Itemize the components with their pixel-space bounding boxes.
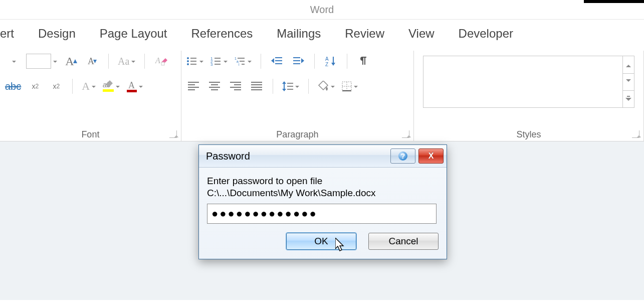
align-right-button[interactable]	[229, 79, 243, 93]
group-label-paragraph: Paragraph	[181, 129, 413, 140]
group-label-styles: Styles	[414, 129, 643, 140]
align-left-button[interactable]	[186, 79, 200, 93]
cancel-button[interactable]: Cancel	[368, 233, 439, 250]
ribbon: A A Aa A abc x2 x2 A	[0, 51, 644, 141]
dialog-body: Enter password to open file C:\...\Docum…	[199, 168, 447, 259]
separator	[72, 79, 73, 94]
bullets-button[interactable]	[186, 54, 203, 68]
show-hide-button[interactable]	[356, 54, 370, 68]
align-center-button[interactable]	[207, 79, 222, 93]
ok-button[interactable]: OK	[286, 233, 356, 250]
dialog-help-button[interactable]: ?	[390, 148, 415, 164]
svg-marker-31	[271, 58, 274, 63]
line-spacing-button[interactable]	[282, 79, 299, 93]
multilevel-list-button[interactable]: 1ai	[235, 54, 252, 68]
font-name-dropdown[interactable]	[5, 54, 19, 68]
separator	[144, 54, 145, 69]
svg-rect-40	[188, 82, 199, 83]
font-color-button[interactable]: A	[127, 79, 143, 93]
svg-rect-11	[190, 58, 196, 59]
svg-text:ab: ab	[103, 81, 111, 89]
increase-indent-button[interactable]	[291, 54, 305, 68]
svg-marker-35	[301, 58, 304, 63]
separator	[261, 54, 261, 69]
svg-text:a: a	[237, 60, 239, 63]
dialog-close-button[interactable]: X	[418, 148, 444, 164]
grow-font-button[interactable]: A	[64, 54, 78, 68]
svg-marker-62	[319, 81, 328, 90]
styles-more-button[interactable]	[622, 90, 634, 107]
separator	[308, 79, 309, 94]
svg-rect-33	[293, 60, 300, 61]
font-dialog-launcher[interactable]	[169, 130, 177, 138]
group-label-font: Font	[0, 129, 181, 140]
dialog-title-text: Password	[206, 150, 250, 162]
svg-text:i: i	[239, 63, 240, 66]
sort-button[interactable]: AZ	[324, 54, 338, 68]
svg-marker-39	[331, 63, 335, 66]
ribbon-tabs: ert Design Page Layout References Mailin…	[0, 20, 644, 51]
svg-text:3: 3	[210, 62, 213, 66]
svg-rect-64	[342, 82, 351, 91]
svg-rect-55	[251, 89, 262, 90]
font-size-dropdown[interactable]	[26, 54, 57, 68]
shading-button[interactable]	[318, 79, 335, 93]
password-input[interactable]	[207, 204, 437, 224]
svg-marker-3	[161, 58, 167, 64]
svg-rect-48	[230, 82, 241, 83]
svg-marker-58	[282, 89, 286, 91]
change-case-button[interactable]: Aa	[118, 54, 135, 68]
tab-page-layout[interactable]: Page Layout	[100, 27, 167, 41]
help-icon: ?	[398, 152, 407, 161]
highlight-button[interactable]: ab	[103, 79, 120, 93]
numbering-button[interactable]: 123	[210, 54, 228, 68]
title-bar: Word	[0, 0, 644, 20]
svg-point-12	[187, 60, 189, 62]
tab-design[interactable]: Design	[38, 27, 76, 41]
svg-text:1: 1	[210, 56, 213, 61]
svg-rect-21	[214, 64, 221, 65]
svg-rect-7	[103, 89, 114, 92]
svg-rect-4	[161, 62, 164, 65]
styles-gallery[interactable]	[423, 56, 634, 108]
strikethrough-button[interactable]: abc	[5, 79, 21, 93]
tab-references[interactable]: References	[191, 27, 253, 41]
styles-dialog-launcher[interactable]	[632, 130, 639, 138]
svg-rect-23	[238, 58, 245, 59]
tab-developer[interactable]: Developer	[459, 27, 513, 41]
clear-formatting-button[interactable]: A	[154, 54, 168, 68]
svg-text:A: A	[128, 80, 135, 90]
svg-rect-19	[214, 61, 221, 62]
superscript-button[interactable]: x2	[49, 79, 63, 93]
tab-review[interactable]: Review	[345, 27, 384, 41]
svg-rect-29	[275, 60, 282, 61]
styles-scroll-down-button[interactable]	[622, 73, 634, 91]
dialog-prompt-line1: Enter password to open file	[207, 176, 439, 187]
shrink-font-button[interactable]: A	[85, 54, 99, 68]
svg-rect-32	[293, 57, 300, 58]
styles-scroll-up-button[interactable]	[622, 56, 634, 74]
paragraph-dialog-launcher[interactable]	[402, 130, 409, 138]
tab-mailings[interactable]: Mailings	[277, 27, 321, 41]
svg-rect-53	[251, 84, 262, 85]
svg-rect-51	[234, 89, 241, 90]
svg-point-14	[187, 63, 189, 65]
svg-rect-52	[251, 82, 262, 83]
document-workspace: Password ? X Enter password to open file…	[0, 141, 644, 300]
svg-rect-9	[127, 90, 137, 92]
tab-view[interactable]: View	[408, 27, 435, 41]
dialog-title-bar[interactable]: Password ? X	[199, 145, 447, 168]
svg-rect-50	[230, 87, 241, 88]
text-effects-button[interactable]: A	[82, 79, 96, 93]
svg-point-10	[187, 57, 189, 59]
svg-rect-15	[190, 64, 196, 65]
decrease-indent-button[interactable]	[270, 54, 284, 68]
svg-text:2: 2	[210, 59, 213, 64]
subscript-button[interactable]: x2	[28, 79, 42, 93]
borders-button[interactable]	[342, 79, 358, 93]
svg-rect-61	[287, 89, 293, 90]
app-title: Word	[310, 4, 334, 15]
align-justify-button[interactable]	[250, 79, 264, 93]
svg-rect-59	[287, 83, 293, 84]
tab-insert-partial[interactable]: ert	[0, 27, 14, 41]
